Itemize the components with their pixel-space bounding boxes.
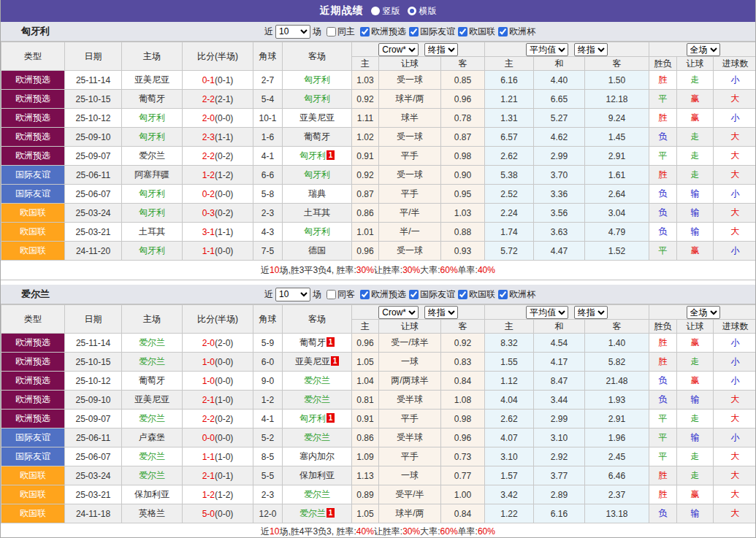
date-cell: 25-10-15 [65,90,122,109]
summary-segment: 40% [478,265,495,275]
col-header-home: 主场 [122,305,183,334]
home-team-cell: 爱尔兰 [122,410,183,429]
team-link[interactable]: 瑞典 [308,188,326,199]
team-link[interactable]: 葡萄牙 [304,131,330,142]
avg-home-odds-cell: 1.21 [485,90,534,109]
competition-checkbox[interactable]: 欧洲预选 [357,26,406,38]
scope-select[interactable]: 全场 [687,306,720,319]
same-venue-checkbox-input[interactable] [327,290,336,299]
same-venue-checkbox[interactable]: 同主 [324,26,355,38]
team-link[interactable]: 爱尔兰 [304,489,330,499]
team-link[interactable]: 葡萄牙 [299,337,326,347]
team-link[interactable]: 匈牙利 [304,93,330,104]
team-link[interactable]: 爱尔兰 [139,470,165,480]
team-link[interactable]: 匈牙利 [299,150,326,161]
date-cell: 25-06-07 [65,185,122,204]
team-link[interactable]: 匈牙利 [299,413,326,423]
bookmaker-select[interactable]: Crow* [378,306,419,319]
same-venue-checkbox[interactable]: 同客 [324,288,355,301]
competition-checkbox-input[interactable] [409,290,419,299]
team-link[interactable]: 爱尔兰 [139,150,165,161]
odds-stage-select[interactable]: 终指 [424,306,458,319]
team-link[interactable]: 爱尔兰 [139,413,165,423]
competition-checkbox-input[interactable] [458,290,467,299]
score-cell: 0-1(0-1) [183,71,253,90]
col-header-avg-draw: 和 [534,57,585,71]
team-link[interactable]: 匈牙利 [304,169,330,180]
average-select[interactable]: 平均值 [526,306,568,319]
competition-checkbox-input[interactable] [498,27,508,36]
competition-checkbox-input[interactable] [409,27,419,36]
team-link[interactable]: 德国 [308,245,326,255]
score-halftime: (0-2) [215,208,233,218]
avg-home-odds-cell: 4.04 [485,391,534,410]
filters-bar: 近 10 场 同客 欧洲预选国际友谊欧国联欧洲杯 [264,288,535,301]
team-link[interactable]: 英格兰 [139,508,165,518]
team-link[interactable]: 亚美尼亚 [134,394,169,404]
team-link[interactable]: 葡萄牙 [139,93,165,104]
team-link[interactable]: 爱尔兰 [139,451,165,461]
bookmaker-select[interactable]: Crow* [378,43,419,56]
same-venue-checkbox-input[interactable] [327,27,336,36]
book-away-odds-cell: 0.90 [441,166,485,185]
avg-home-odds-cell: 6.16 [485,71,534,90]
competition-checkbox[interactable]: 欧洲杯 [495,26,535,38]
odds-stage-select[interactable]: 终指 [424,43,458,56]
summary-segment: 近 [261,526,270,538]
team-link[interactable]: 亚美尼亚 [134,74,169,85]
recent-count-select[interactable]: 10 [275,288,310,301]
team-link[interactable]: 匈牙利 [139,131,165,142]
team-link[interactable]: 爱尔兰 [304,432,330,442]
score-fulltime: 2-2 [202,94,215,104]
scope-select[interactable]: 全场 [687,43,720,56]
team-link[interactable]: 爱尔兰 [304,375,330,385]
home-team-cell: 爱尔兰 [122,353,183,372]
competition-checkbox[interactable]: 欧国联 [455,288,495,301]
average-stage-select[interactable]: 终指 [574,306,608,319]
team-link[interactable]: 匈牙利 [139,112,165,123]
competition-checkbox[interactable]: 国际友谊 [406,288,455,301]
score-halftime: (1-1) [215,227,233,237]
team-link[interactable]: 爱尔兰 [139,337,165,347]
competition-checkbox-input[interactable] [360,290,370,299]
layout-radio-horizontal[interactable]: 横版 [408,5,437,18]
team-link[interactable]: 塞内加尔 [299,451,335,461]
competition-checkbox[interactable]: 欧国联 [455,26,495,38]
team-link[interactable]: 匈牙利 [139,207,165,218]
team-link[interactable]: 亚美尼亚 [299,112,335,123]
competition-checkbox-input[interactable] [458,27,467,36]
handicap-cell: 受一/球半 [379,334,441,353]
competition-checkbox-input[interactable] [498,290,508,299]
team-link[interactable]: 匈牙利 [304,74,330,85]
team-link[interactable]: 匈牙利 [139,245,165,255]
col-header-odds-home: 主 [352,57,379,71]
corners-cell: 4-3 [253,223,283,242]
average-stage-select[interactable]: 终指 [574,43,608,56]
team-link[interactable]: 保加利亚 [134,489,169,499]
team-link[interactable]: 亚美尼亚 [295,356,330,366]
handicap-cell: 一球 [379,466,441,485]
team-link[interactable]: 土耳其 [139,226,165,237]
team-link[interactable]: 卢森堡 [139,432,165,442]
competition-checkbox-input[interactable] [360,27,370,36]
team-link[interactable]: 爱尔兰 [304,394,330,404]
team-link[interactable]: 阿塞拜疆 [134,169,169,180]
away-team-cell: 爱尔兰 [283,429,352,447]
team-link[interactable]: 葡萄牙 [139,375,165,385]
recent-count-select[interactable]: 10 [275,25,310,39]
competition-checkbox[interactable]: 欧洲杯 [495,288,535,301]
team-link[interactable]: 爱尔兰 [139,356,165,366]
summary-segment: 近 [261,264,270,277]
layout-radio-vertical[interactable]: 竖版 [371,5,400,18]
team-link[interactable]: 爱尔兰 [299,508,326,518]
team-link[interactable]: 土耳其 [304,207,330,218]
team-link[interactable]: 匈牙利 [304,226,330,237]
average-select[interactable]: 平均值 [526,43,568,56]
competition-checkbox[interactable]: 国际友谊 [406,26,455,38]
competition-checkbox[interactable]: 欧洲预选 [357,288,406,301]
team-link[interactable]: 匈牙利 [139,188,165,199]
score-cell: 5-0(0-0) [183,504,253,523]
date-cell: 25-11-14 [65,334,122,353]
team-link[interactable]: 保加利亚 [299,470,335,480]
competition-cell: 欧洲预选 [1,90,65,109]
